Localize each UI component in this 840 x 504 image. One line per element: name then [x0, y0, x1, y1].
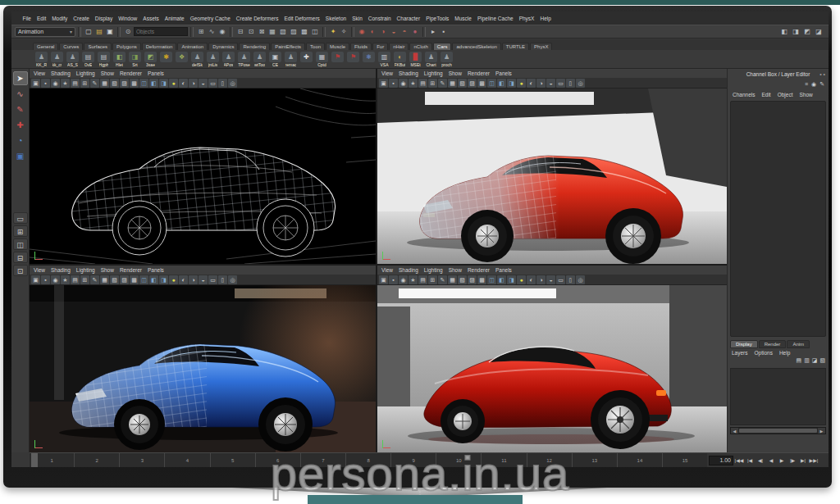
image-plane-icon[interactable]: ▤	[71, 275, 80, 284]
paint-select-tool-icon[interactable]: ✎	[13, 102, 28, 116]
select-hierarchy-icon[interactable]: ⊟	[235, 27, 245, 37]
shadows-icon[interactable]: ◐	[527, 79, 536, 88]
toon-shading-icon[interactable]: ◓	[399, 27, 409, 37]
shelf-tab[interactable]: Dynamics	[208, 43, 238, 50]
notes-icon[interactable]: ✎	[819, 79, 824, 89]
viewport-menu-item[interactable]: Panels	[495, 267, 512, 273]
motion-blur-icon[interactable]: ◒	[199, 79, 208, 88]
viewport-menu-item[interactable]: Renderer	[468, 70, 490, 76]
select-mask-curve-icon[interactable]: ▧	[278, 27, 288, 37]
isolate-select-icon[interactable]: ◎	[228, 79, 237, 88]
viewport-menu-item[interactable]: View	[381, 267, 393, 273]
viewport-canvas-wireframe[interactable]	[30, 89, 376, 264]
shelf-button[interactable]: ⚑	[331, 52, 345, 67]
horizontal-scrollbar[interactable]: ◀ ▶	[730, 427, 826, 434]
viewport-menu-item[interactable]: View	[34, 70, 45, 76]
wireframe-mode-icon[interactable]: ▦	[100, 79, 109, 88]
viewport-menu-item[interactable]: Panels	[148, 267, 164, 273]
shadows-icon[interactable]: ◐	[527, 275, 536, 284]
shelf-tab[interactable]: TURTLE	[502, 43, 529, 50]
menu-item[interactable]: PhysX	[516, 16, 537, 21]
lighting-mode-icon[interactable]: ▩	[130, 79, 139, 88]
layer-editor-tab[interactable]: Render	[759, 340, 787, 348]
shelf-button[interactable]: ▦ Cptd	[315, 52, 329, 67]
keyframe-icon[interactable]: ✦	[328, 27, 338, 37]
menu-item[interactable]: Create Deformers	[233, 16, 281, 21]
layout-split-button[interactable]: ⊟	[13, 252, 28, 263]
2d-pan-zoom-icon[interactable]: ⊞	[428, 275, 437, 284]
shelf-tab[interactable]: Fur	[372, 43, 388, 50]
lighting-mode-icon[interactable]: ▩	[477, 275, 486, 284]
select-object-icon[interactable]: ⊡	[246, 27, 256, 37]
shelf-button[interactable]: ♟ wtToo	[253, 52, 267, 67]
wireframe-mode-icon[interactable]: ▦	[100, 275, 109, 284]
xgen-icon[interactable]: ▸	[428, 27, 438, 37]
viewport-canvas-blue[interactable]	[30, 285, 376, 452]
shelf-button[interactable]: ♟ APos	[221, 52, 235, 67]
menu-item[interactable]: Skin	[349, 16, 366, 21]
shelf-button[interactable]: ♟ KK_R	[34, 52, 48, 67]
image-plane-icon[interactable]: ▤	[418, 275, 427, 284]
image-plane-icon[interactable]: ▤	[71, 79, 80, 88]
viewport-menu-item[interactable]: Show	[101, 70, 114, 76]
channel-box-menu-item[interactable]: Object	[778, 92, 793, 98]
viewport-menu-item[interactable]: Lighting	[76, 267, 95, 273]
film-gate-icon[interactable]: ▯	[566, 79, 575, 88]
shaded-mode-icon[interactable]: ▧	[458, 79, 467, 88]
default-material-icon[interactable]: ◨	[159, 275, 168, 284]
resolution-gate-icon[interactable]: ▭	[556, 79, 565, 88]
menu-item[interactable]: Pipeline Cache	[474, 16, 516, 21]
menu-item[interactable]: Edit Deformers	[281, 16, 322, 21]
channel-box-list[interactable]	[730, 101, 826, 337]
shelf-button[interactable]: ▥ VSA	[377, 52, 391, 67]
shelf-button[interactable]: ❖	[175, 52, 189, 67]
select-camera-icon[interactable]: ▣	[379, 275, 388, 284]
wire-on-shaded-icon[interactable]: ◧	[149, 275, 158, 284]
layout-hypergraph-button[interactable]: ⊡	[13, 265, 28, 276]
menu-item[interactable]: Help	[537, 16, 554, 21]
select-mask-mesh-icon[interactable]: ▦	[267, 27, 277, 37]
save-scene-icon[interactable]: ▣	[105, 27, 115, 37]
create-layer-from-selected-button[interactable]: ▧	[819, 357, 825, 366]
plugin-icon[interactable]: ▪	[439, 27, 449, 37]
shelf-tab[interactable]: Cars	[433, 43, 452, 50]
xray-mode-icon[interactable]: ◫	[487, 79, 496, 88]
shelf-button[interactable]: ♟ jntLis	[206, 52, 220, 67]
rotate-tool-icon[interactable]: ◔	[13, 134, 28, 148]
paint-effects-icon[interactable]: ◒	[389, 27, 399, 37]
viewport-menu-item[interactable]: Shading	[399, 70, 418, 76]
2d-pan-zoom-icon[interactable]: ⊞	[80, 275, 89, 284]
ipr-render-icon[interactable]: ◐	[368, 27, 377, 37]
isolate-select-icon[interactable]: ◎	[576, 275, 585, 284]
shelf-tab[interactable]: Fluids	[350, 43, 372, 50]
select-camera-icon[interactable]: ▣	[379, 79, 388, 88]
menu-item[interactable]: Display	[92, 16, 115, 21]
viewport-menu-item[interactable]: Shading	[51, 70, 71, 76]
snap-curve-icon[interactable]: ∿	[207, 27, 217, 37]
layout-pane-outliner-button[interactable]: ◫	[13, 238, 28, 250]
default-material-icon[interactable]: ◨	[159, 79, 168, 88]
shadows-icon[interactable]: ◐	[179, 275, 188, 284]
wire-on-shaded-icon[interactable]: ◧	[497, 79, 506, 88]
viewport-canvas-red-rear[interactable]	[377, 285, 727, 452]
motion-blur-icon[interactable]: ◒	[546, 275, 555, 284]
shelf-button[interactable]: ✚	[299, 52, 313, 67]
menu-item[interactable]: Assets	[140, 16, 162, 21]
shaded-mode-icon[interactable]: ▧	[110, 79, 119, 88]
channel-box-menu-item[interactable]: Channels	[733, 92, 755, 98]
hypershade-icon[interactable]: ●	[410, 27, 420, 37]
textured-mode-icon[interactable]: ▨	[468, 275, 477, 284]
grease-pencil-icon[interactable]: ✎	[90, 275, 99, 284]
speed-state-icon[interactable]: ◉	[811, 79, 816, 89]
viewport-menu-item[interactable]: Lighting	[424, 267, 443, 273]
shelf-button[interactable]: ▣ CE	[268, 52, 282, 67]
shelf-button[interactable]: ▤ Hgph	[97, 52, 111, 67]
shelf-tab[interactable]: PaintEffects	[271, 43, 305, 50]
shelf-tab[interactable]: Muscle	[326, 43, 349, 50]
channel-box-menu-item[interactable]: Edit	[761, 92, 770, 98]
lock-camera-icon[interactable]: ▪	[41, 79, 50, 88]
render-settings-icon[interactable]: ◑	[378, 27, 388, 37]
image-plane-icon[interactable]: ▤	[418, 79, 427, 88]
2d-pan-zoom-icon[interactable]: ⊞	[428, 79, 437, 88]
textured-mode-icon[interactable]: ▨	[120, 79, 129, 88]
